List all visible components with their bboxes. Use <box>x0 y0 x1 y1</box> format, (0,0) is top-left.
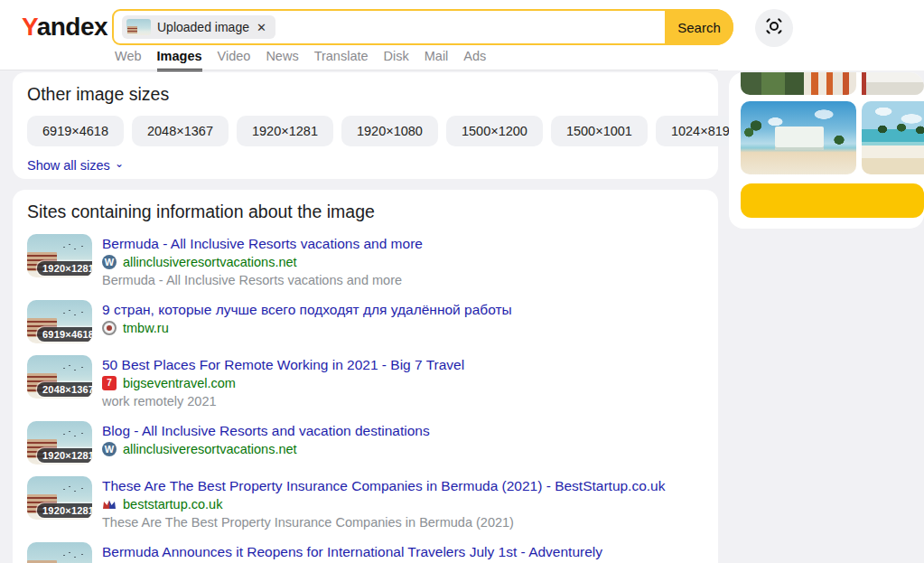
palm-trees <box>874 121 924 137</box>
size-badge: 1920×1281 <box>37 448 92 463</box>
thumbnail-birds <box>63 313 65 314</box>
similar-images-row <box>741 101 924 174</box>
thumbnail-birds <box>63 368 65 369</box>
result-row: 1500×1001 Bermuda Announces it Reopens f… <box>27 542 704 563</box>
result-domain[interactable]: bigseventravel.com <box>123 376 236 390</box>
sizes-section-title: Other image sizes <box>27 84 704 105</box>
result-domain-row: beststartup.co.uk <box>102 497 665 511</box>
result-title-link[interactable]: Blog - All Inclusive Resorts and vacatio… <box>102 422 430 439</box>
header-divider <box>0 70 718 70</box>
size-badge: 6919×4618 <box>37 327 92 342</box>
size-chip[interactable]: 6919×4618 <box>27 116 124 146</box>
result-description: These Are The Best Property Insurance Co… <box>102 514 665 530</box>
thumbnail-birds <box>63 247 65 248</box>
chevron-down-icon: ⌄ <box>115 157 124 170</box>
crown-icon <box>102 497 117 511</box>
tab-web[interactable]: Web <box>115 49 142 71</box>
result-row: 1920×1281 These Are The Best Property In… <box>27 476 704 530</box>
result-domain[interactable]: allinclusiveresortvacations.net <box>123 442 297 456</box>
result-title-link[interactable]: These Are The Best Property Insurance Co… <box>102 477 665 494</box>
tab-images[interactable]: Images <box>157 49 202 71</box>
logo-letter-y: Y <box>22 13 37 41</box>
tab-disk[interactable]: Disk <box>384 49 409 71</box>
palm-trees <box>744 117 768 145</box>
show-all-sizes-link[interactable]: Show all sizes ⌄ <box>27 158 124 173</box>
yandex-logo[interactable]: Yandex <box>22 13 107 42</box>
sites-section-title: Sites containing information about the i… <box>27 202 704 222</box>
size-badge: 1920×1281 <box>37 503 92 518</box>
show-all-label: Show all sizes <box>27 158 110 173</box>
search-bar[interactable]: Uploaded image ✕ Search <box>112 9 733 45</box>
size-chip[interactable]: 1500×1001 <box>551 116 648 146</box>
result-thumbnail[interactable]: 1920×1281 <box>27 476 92 520</box>
result-text: Bermuda Announces it Reopens for Interna… <box>102 542 602 563</box>
result-domain[interactable]: beststartup.co.uk <box>123 497 222 511</box>
similar-images-row-partial <box>741 72 924 95</box>
result-domain[interactable]: allinclusiveresortvacations.net <box>123 255 297 269</box>
result-title-link[interactable]: 50 Best Places For Remote Working in 202… <box>102 356 464 373</box>
similar-images-panel <box>729 72 924 229</box>
chip-label: Uploaded image <box>157 20 249 34</box>
service-nav: Web Images Video News Translate Disk Mai… <box>115 49 486 71</box>
size-chip[interactable]: 1920×1281 <box>237 116 333 146</box>
result-title-link[interactable]: 9 стран, которые лучше всего подходят дл… <box>102 301 512 318</box>
tab-news[interactable]: News <box>266 49 298 71</box>
result-text: Bermuda - All Inclusive Resorts vacation… <box>102 234 423 288</box>
result-domain-row: tmbw.ru <box>102 321 512 335</box>
resort-building <box>775 127 824 150</box>
result-row: 1920×1281 Blog - All Inclusive Resorts a… <box>27 421 704 464</box>
result-thumbnail[interactable]: 1920×1281 <box>27 421 92 464</box>
result-thumbnail[interactable]: 1500×1001 <box>27 542 92 563</box>
thumbnail-birds <box>63 434 65 435</box>
size-badge: 2048×1367 <box>37 382 92 397</box>
size-chip[interactable]: 1500×1200 <box>446 116 543 146</box>
results-list: 1920×1281 Bermuda - All Inclusive Resort… <box>27 234 704 563</box>
thumbnail-birds <box>63 555 65 556</box>
uploaded-image-chip[interactable]: Uploaded image ✕ <box>122 15 275 39</box>
wordpress-icon: W <box>102 442 117 456</box>
result-thumbnail[interactable]: 6919×4618 <box>27 300 92 343</box>
result-description: Bermuda - All Inclusive Resorts vacation… <box>102 272 423 288</box>
result-row: 2048×1367 50 Best Places For Remote Work… <box>27 355 704 409</box>
tab-ads[interactable]: Ads <box>463 49 486 71</box>
result-text: Blog - All Inclusive Resorts and vacatio… <box>102 421 430 464</box>
wordpress-icon: W <box>102 255 117 269</box>
uploaded-image-thumbnail <box>126 19 151 35</box>
thumbnail-building <box>127 26 137 33</box>
size-chips-row: 6919×4618 2048×1367 1920×1281 1920×1080 … <box>27 116 704 146</box>
result-title-link[interactable]: Bermuda - All Inclusive Resorts vacation… <box>102 235 423 252</box>
logo-rest: andex <box>37 13 107 41</box>
thumbnail-birds <box>63 489 65 490</box>
result-row: 1920×1281 Bermuda - All Inclusive Resort… <box>27 234 704 288</box>
header: Yandex Uploaded image ✕ Search Web Image… <box>0 0 924 70</box>
camera-lens-icon <box>763 15 785 41</box>
result-text: 9 стран, которые лучше всего подходят дл… <box>102 300 512 343</box>
size-chip[interactable]: 1920×1080 <box>341 116 438 146</box>
tab-mail[interactable]: Mail <box>425 49 449 71</box>
result-title-link[interactable]: Bermuda Announces it Reopens for Interna… <box>102 543 602 560</box>
similar-image[interactable] <box>862 72 924 95</box>
big7-icon: 7 <box>102 376 117 390</box>
tmbw-icon <box>102 321 117 335</box>
size-chip[interactable]: 2048×1367 <box>132 116 229 146</box>
sites-card: Sites containing information about the i… <box>13 190 718 563</box>
result-thumbnail[interactable]: 1920×1281 <box>27 234 92 277</box>
result-text: These Are The Best Property Insurance Co… <box>102 476 665 530</box>
close-icon[interactable]: ✕ <box>256 21 267 34</box>
similar-image[interactable] <box>741 72 856 95</box>
similar-image[interactable] <box>741 101 856 174</box>
more-similar-images-button[interactable] <box>741 183 924 218</box>
result-thumbnail[interactable]: 2048×1367 <box>27 355 92 399</box>
other-image-sizes-card: Other image sizes 6919×4618 2048×1367 19… <box>13 72 718 179</box>
size-badge: 1920×1281 <box>37 261 92 276</box>
result-domain-row: 7 bigseventravel.com <box>102 376 464 390</box>
result-text: 50 Best Places For Remote Working in 202… <box>102 355 464 409</box>
result-domain-row: W allinclusiveresortvacations.net <box>102 442 430 456</box>
similar-image[interactable] <box>862 101 924 174</box>
tab-video[interactable]: Video <box>218 49 251 71</box>
palm-tree <box>829 132 849 152</box>
result-domain[interactable]: tmbw.ru <box>123 321 169 335</box>
image-search-camera-button[interactable] <box>755 9 793 47</box>
tab-translate[interactable]: Translate <box>314 49 369 71</box>
search-button[interactable]: Search <box>665 9 733 45</box>
